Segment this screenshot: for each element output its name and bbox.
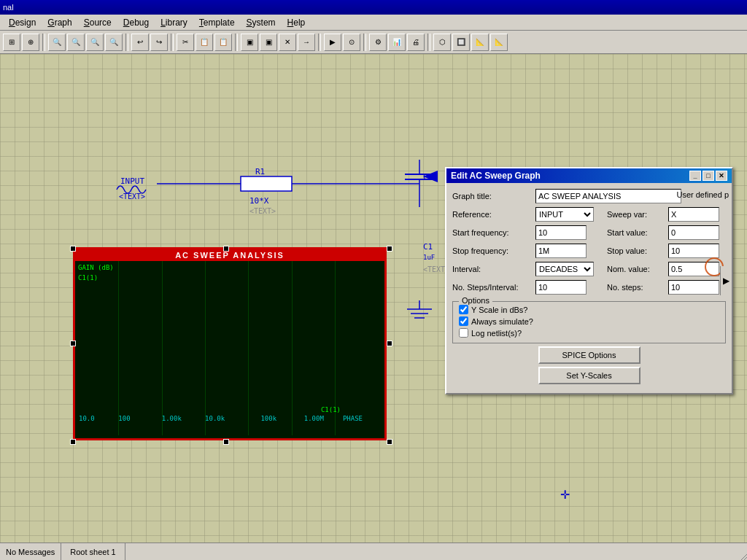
always-simulate-checkbox[interactable]	[459, 316, 468, 326]
no-steps-label: No. steps:	[607, 283, 665, 292]
start-value-input[interactable]	[668, 225, 719, 240]
steps-interval-row: No. Steps/Interval:	[452, 280, 594, 295]
sweep-var-label: Sweep var:	[607, 210, 665, 219]
toolbar-sep-2	[125, 34, 128, 51]
status-message-text: No Messages	[6, 548, 55, 556]
y-scale-checkbox[interactable]	[459, 305, 468, 314]
sweep-var-input[interactable]	[668, 207, 719, 222]
crosshair: ✛	[560, 488, 570, 502]
toolbar-sep-1	[42, 34, 45, 51]
dialog-title: Edit AC Sweep Graph	[451, 171, 541, 181]
menu-debug[interactable]: Debug	[117, 16, 155, 29]
toolbar-btn-print[interactable]: 🖨	[407, 34, 425, 51]
toolbar-btn-netlist[interactable]: 📊	[388, 34, 406, 51]
toolbar-sep-6	[363, 34, 366, 51]
status-tab-text: Root sheet 1	[70, 548, 115, 556]
toolbar-btn-undo[interactable]: ↩	[131, 34, 149, 51]
handle-br[interactable]	[387, 439, 392, 445]
resize-icon	[735, 548, 747, 560]
toolbar-btn-redo[interactable]: ↪	[150, 34, 168, 51]
dialog-close-btn[interactable]: ✕	[716, 171, 727, 181]
interval-row: Interval: DECADES	[452, 262, 594, 276]
toolbar-btn-cut[interactable]: ✂	[177, 34, 194, 51]
toolbar-btn-wire2[interactable]: 🔲	[452, 34, 470, 51]
svg-line-13	[741, 554, 747, 560]
reference-select[interactable]: INPUT	[535, 207, 594, 222]
toolbar-btn-run[interactable]: ▶	[324, 34, 341, 51]
toolbar-btn-stop[interactable]: ⊙	[343, 34, 360, 51]
log-netlist-row: Log netlist(s)?	[459, 328, 719, 338]
status-tab[interactable]: Root sheet 1	[61, 543, 125, 560]
set-y-scales-button[interactable]: Set Y-Scales	[538, 367, 640, 384]
start-freq-input[interactable]	[535, 225, 587, 240]
resize-handle[interactable]	[735, 548, 747, 560]
steps-interval-input[interactable]	[535, 280, 587, 295]
no-steps-input[interactable]	[668, 280, 719, 295]
toolbar-btn-grid[interactable]: ⊞	[3, 34, 20, 51]
toolbar: ⊞ ⊕ 🔍 🔍 🔍 🔍 ↩ ↪ ✂ 📋 📋 ▣ ▣ ✕ → ▶ ⊙ ⚙ 📊 🖨 …	[0, 31, 747, 54]
menu-template[interactable]: Template	[193, 16, 241, 29]
status-message: No Messages	[0, 543, 61, 560]
graph-x-label-2: 100	[118, 415, 130, 422]
toolbar-btn-wire[interactable]: →	[298, 34, 315, 51]
stop-value-input[interactable]	[668, 244, 719, 258]
y-scale-row: Y Scale in dBs?	[459, 305, 719, 314]
handle-mr[interactable]	[387, 341, 392, 346]
options-section: Options Y Scale in dBs? Always simulate?…	[452, 301, 726, 343]
toolbar-sep-3	[171, 34, 174, 51]
handle-ml[interactable]	[70, 341, 76, 346]
svg-line-14	[744, 557, 747, 560]
handle-bm[interactable]	[223, 439, 229, 445]
r1-label: R1	[255, 167, 265, 176]
toolbar-btn-bus[interactable]: 📐	[490, 34, 508, 51]
menu-system[interactable]: System	[241, 16, 282, 29]
dialog-max-btn[interactable]: □	[703, 171, 714, 181]
canvas-area[interactable]: INPUT <TEXT> R1 10*X <TEXT> C1 C1 1uF <T…	[0, 54, 747, 542]
toolbar-btn-block[interactable]: ▣	[241, 34, 258, 51]
toolbar-btn-probe[interactable]: ⚙	[369, 34, 387, 51]
graph-title-input[interactable]	[535, 189, 681, 203]
r1-text: <TEXT>	[249, 207, 276, 215]
handle-bl[interactable]	[70, 439, 76, 445]
menu-design[interactable]: Design	[3, 16, 42, 29]
menu-graph[interactable]: Graph	[42, 16, 77, 29]
graph-x-label-3: 1.00k	[162, 415, 182, 422]
c1-label-bottom: C1	[423, 242, 433, 252]
toolbar-btn-paste[interactable]: 📋	[214, 34, 232, 51]
toolbar-btn-delete[interactable]: ✕	[279, 34, 296, 51]
toolbar-btn-zoom-in[interactable]: 🔍	[48, 34, 66, 51]
toolbar-btn-block2[interactable]: ▣	[260, 34, 277, 51]
toolbar-btn-origin[interactable]: ⊕	[22, 34, 39, 51]
toolbar-btn-copy[interactable]: 📋	[196, 34, 213, 51]
nom-value-input[interactable]	[668, 262, 719, 276]
graph-title-label: Graph title:	[452, 192, 533, 201]
menu-library[interactable]: Library	[155, 16, 193, 29]
log-netlist-label: Log netlist(s)?	[471, 329, 522, 338]
stop-freq-label: Stop frequency:	[452, 246, 533, 255]
title-text: nal	[3, 3, 14, 12]
toolbar-btn-pin[interactable]: 📐	[471, 34, 489, 51]
dialog-min-btn[interactable]: _	[689, 171, 701, 181]
toolbar-sep-5	[318, 34, 321, 51]
scroll-arrow[interactable]: ▶	[720, 266, 732, 295]
handle-tm[interactable]	[223, 246, 229, 252]
graph-trace1-label: C1(1)	[78, 274, 98, 281]
interval-select[interactable]: DECADES	[535, 262, 594, 276]
toolbar-btn-zoom-out[interactable]: 🔍	[67, 34, 85, 51]
always-simulate-label: Always simulate?	[471, 317, 533, 326]
toolbar-btn-component[interactable]: ⬡	[433, 34, 451, 51]
log-netlist-checkbox[interactable]	[459, 328, 468, 338]
handle-tl[interactable]	[70, 246, 76, 252]
graph-inner[interactable]: GAIN (dB) C1(1) 10.0 100 1.00k 10.0k 100…	[75, 261, 384, 435]
stop-freq-row: Stop frequency:	[452, 244, 594, 258]
graph-x-label-5: 100k	[260, 415, 276, 422]
toolbar-btn-zoom-fit[interactable]: 🔍	[86, 34, 104, 51]
menu-help[interactable]: Help	[282, 16, 311, 29]
menu-source[interactable]: Source	[78, 16, 117, 29]
spice-options-button[interactable]: SPICE Options	[538, 346, 640, 364]
graph-x-label-1: 10.0	[79, 415, 95, 422]
toolbar-btn-zoom-area[interactable]: 🔍	[105, 34, 123, 51]
stop-freq-input[interactable]	[535, 244, 587, 258]
stop-value-row: Stop value:	[600, 244, 726, 258]
handle-tr[interactable]	[387, 246, 392, 252]
